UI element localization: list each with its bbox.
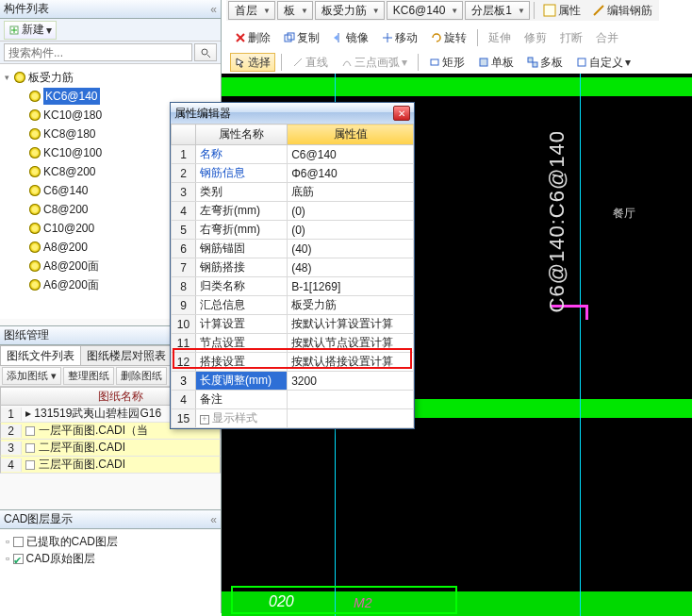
property-row[interactable]: 6钢筋锚固(40) [172,240,414,258]
close-icon[interactable]: ✕ [393,106,410,121]
property-row[interactable]: 15+ 显示样式 [172,409,414,428]
svg-line-11 [207,55,210,58]
property-row[interactable]: 4备注 [172,391,414,409]
cad-layer-title: CAD图层显示« [0,510,221,529]
property-row[interactable]: 4左弯折(mm)(0) [172,202,414,221]
svg-line-3 [294,58,302,66]
cad-layer-pane: CAD图层显示« ▫ 已提取的CAD图层▫ CAD原始图层 [0,509,222,613]
copy-button[interactable]: 复制 [279,28,324,47]
sort-drawing-button[interactable]: 整理图纸 [63,367,114,385]
svg-point-10 [202,49,207,55]
edit-toolbar: 删除 复制 镜像 移动 旋转 延伸 修剪 打断 合并 [226,26,627,49]
delete-button[interactable]: 删除 [230,28,275,47]
svg-rect-6 [528,58,533,62]
property-row[interactable]: 3类别底筋 [172,183,414,202]
multi-button[interactable]: 多板 [522,53,568,72]
svg-rect-4 [431,59,438,65]
m-label: M2 [354,595,371,610]
rebar-marker: C6@140:C6@140 [545,130,569,312]
property-row[interactable]: 1名称C6@140 [172,145,414,164]
dd-item[interactable]: KC6@140▼ [387,1,463,20]
dd-floor[interactable]: 首层▼ [228,1,275,20]
property-row[interactable]: 2钢筋信息Φ6@140 [172,164,414,183]
search-input[interactable] [4,43,192,61]
svg-rect-0 [544,5,555,16]
room-label: 餐厅 [613,206,635,222]
cad-layer-item[interactable]: ▫ CAD原始图层 [6,550,215,567]
edit-rebar-button[interactable]: 编辑钢筋 [587,1,657,20]
search-button[interactable] [194,43,217,61]
svg-rect-7 [533,62,537,67]
trim-button[interactable]: 修剪 [519,28,552,47]
checkbox[interactable] [13,554,24,564]
property-row[interactable]: 10计算设置按默认计算设置计算 [172,315,414,334]
dim-label: 020 [269,593,294,610]
tab-file-list[interactable]: 图纸文件列表 [0,345,81,365]
rotate-button[interactable]: 旋转 [426,28,471,47]
dd-layer[interactable]: 分层板1▼ [465,1,530,20]
add-drawing-button[interactable]: 添加图纸 ▾ [2,367,61,385]
break-button[interactable]: 打断 [555,28,587,47]
property-row[interactable]: 11节点设置按默认节点设置计算 [172,334,414,353]
dd-slab[interactable]: 板▼ [277,1,313,20]
draw-toolbar: 选择 直线 三点画弧▾ 矩形 单板 多板 自定义▾ [226,51,639,74]
extend-button[interactable]: 延伸 [484,28,516,47]
dialog-title: 属性编辑器 [174,106,231,122]
property-row[interactable]: 12搭接设置按默认搭接设置计算 [172,353,414,372]
tree-root[interactable]: ▾板受力筋 [2,68,219,87]
mirror-button[interactable]: 镜像 [328,28,373,47]
rect-button[interactable]: 矩形 [424,53,470,72]
select-button[interactable]: 选择 [230,53,275,72]
collapse-icon[interactable]: « [210,3,217,16]
table-row[interactable]: 4 三层平面图.CADI [0,457,221,474]
property-row[interactable]: 5右弯折(mm)(0) [172,221,414,240]
collapse-icon[interactable]: « [210,513,217,526]
line-button[interactable]: 直线 [288,53,333,72]
property-row[interactable]: 7钢筋搭接(48) [172,258,414,277]
property-table[interactable]: 属性名称属性值1名称C6@1402钢筋信息Φ6@1403类别底筋4左弯折(mm)… [171,124,414,428]
svg-rect-8 [578,58,585,66]
move-button[interactable]: 移动 [377,28,422,47]
component-list-title: 构件列表« [0,0,221,19]
tab-floor-map[interactable]: 图纸楼层对照表 [80,345,173,365]
table-row[interactable]: 3 二层平面图.CADI [0,440,221,457]
new-button[interactable]: 新建▾ [4,21,57,40]
single-button[interactable]: 单板 [473,53,519,72]
property-editor-dialog: 属性编辑器 ✕ 属性名称属性值1名称C6@1402钢筋信息Φ6@1403类别底筋… [170,102,415,429]
dd-rebar-type[interactable]: 板受力筋▼ [315,1,385,20]
property-row[interactable]: 8归类名称B-1[1269] [172,277,414,296]
cad-layer-item[interactable]: ▫ 已提取的CAD图层 [6,533,215,550]
property-row[interactable]: 3长度调整(mm)3200 [172,372,414,391]
dialog-titlebar[interactable]: 属性编辑器 ✕ [171,103,414,124]
custom-button[interactable]: 自定义▾ [571,53,635,72]
checkbox[interactable] [13,537,24,547]
delete-drawing-button[interactable]: 删除图纸 [116,367,167,385]
arc-button[interactable]: 三点画弧▾ [337,53,412,72]
property-row[interactable]: 9汇总信息板受力筋 [172,296,414,315]
merge-button[interactable]: 合并 [591,28,623,47]
svg-rect-5 [480,58,487,66]
prop-button[interactable]: 属性 [538,1,585,20]
context-dropdowns: 首层▼ 板▼ 板受力筋▼ KC6@140▼ 分层板1▼ 属性 编辑钢筋 [226,0,659,21]
